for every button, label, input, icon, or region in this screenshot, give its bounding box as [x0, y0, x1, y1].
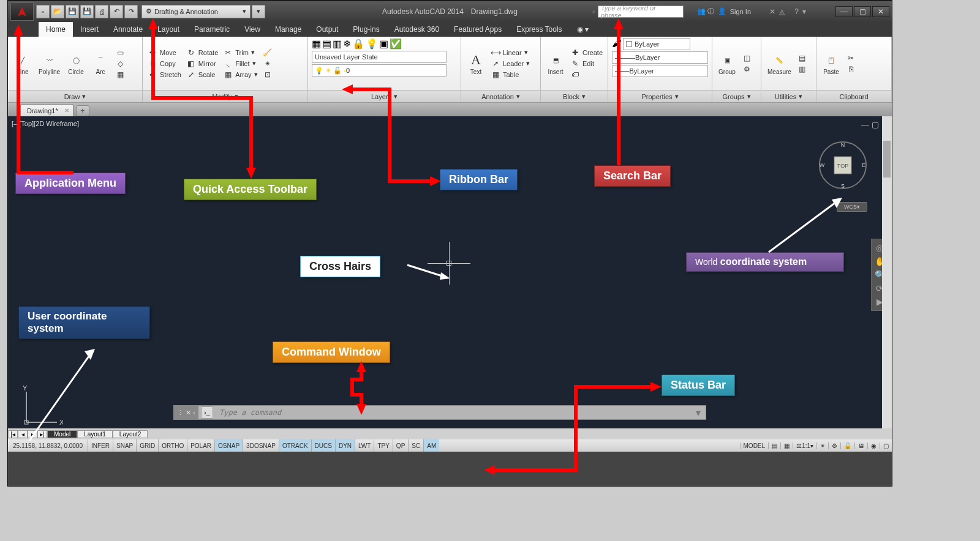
- group-edit-icon[interactable]: ⚙: [741, 64, 753, 74]
- qat-plot-icon[interactable]: 🖨: [95, 5, 108, 18]
- minimize-button[interactable]: —: [835, 6, 853, 17]
- util-icon2[interactable]: ▥: [796, 64, 809, 74]
- close-button[interactable]: ✕: [872, 6, 889, 17]
- application-menu-button[interactable]: [10, 2, 34, 21]
- maximize-button[interactable]: ▢: [854, 6, 871, 17]
- status-layout-icon[interactable]: ▤: [768, 442, 780, 449]
- create-block-button[interactable]: ✚Create: [569, 48, 604, 58]
- status-annoscale-icon[interactable]: ⚖ 1:1 ▾: [793, 442, 816, 449]
- qat-save-icon[interactable]: 💾: [66, 5, 79, 18]
- search-input[interactable]: Type a keyword or phrase ▸: [598, 6, 684, 18]
- linear-dim-button[interactable]: ⟷Linear ▾: [489, 48, 531, 58]
- status-annovismode-icon[interactable]: ✴: [816, 442, 828, 449]
- status-am[interactable]: AM: [423, 439, 439, 452]
- status-osnap[interactable]: OSNAP: [214, 439, 243, 452]
- explode-icon[interactable]: ✴: [262, 59, 274, 69]
- status-snap[interactable]: SNAP: [113, 439, 136, 452]
- arc-button[interactable]: ⌒Arc: [89, 50, 111, 76]
- cmd-handle-icon[interactable]: ⋮ ✕ ‹: [174, 406, 198, 419]
- edit-attr-button[interactable]: 🏷: [569, 70, 604, 80]
- status-ortho[interactable]: ORTHO: [158, 439, 187, 452]
- draw-misc3-icon[interactable]: ▦: [114, 70, 126, 80]
- layer-iso-icon[interactable]: ▥: [333, 38, 342, 50]
- color-dropdown[interactable]: ByLayer: [623, 38, 690, 50]
- qat-redo-icon[interactable]: ↷: [124, 5, 138, 18]
- layer-freeze-icon[interactable]: ❄: [343, 38, 351, 50]
- cmd-dropdown-icon[interactable]: ▾: [691, 407, 706, 419]
- status-grid[interactable]: GRID: [136, 439, 158, 452]
- layout-first-icon[interactable]: |◂: [8, 430, 18, 438]
- status-grid-icon[interactable]: ▦: [780, 442, 793, 449]
- group-button[interactable]: ▣Group: [716, 50, 738, 76]
- qat-saveas-icon[interactable]: 💾: [80, 5, 94, 18]
- qat-open-icon[interactable]: 📂: [51, 5, 64, 18]
- status-lock-icon[interactable]: 🔓: [840, 442, 854, 449]
- status-ducs[interactable]: DUCS: [311, 439, 335, 452]
- status-hw-icon[interactable]: 🖥: [854, 442, 867, 449]
- panel-clipboard-title: Clipboard: [816, 90, 891, 102]
- layer-icons-row: ▦ ▤ ▥ ❄ 🔒 💡 ▣ ✅: [312, 38, 457, 50]
- edit-block-button[interactable]: ✎Edit: [569, 59, 604, 69]
- qat-new-icon[interactable]: ▫: [36, 5, 50, 18]
- svg-marker-14: [342, 84, 353, 94]
- layer-lock-icon[interactable]: 🔒: [352, 38, 364, 50]
- tab-express[interactable]: Express Tools: [509, 22, 569, 37]
- tab-plugins[interactable]: Plug-ins: [345, 22, 386, 37]
- status-3dosnap[interactable]: 3DOSNAP: [243, 439, 279, 452]
- qat-undo-icon[interactable]: ↶: [110, 5, 123, 18]
- tab-extra-icon[interactable]: ◉ ▾: [570, 22, 596, 37]
- cmd-prompt-icon[interactable]: ›_: [201, 406, 213, 419]
- status-dyn[interactable]: DYN: [335, 439, 355, 452]
- measure-button[interactable]: 📏Measure: [765, 50, 794, 76]
- viewcube[interactable]: N E S W TOP: [818, 141, 867, 190]
- layer-current-dropdown[interactable]: 💡 ☀ 🔓 ▫ 0: [312, 64, 447, 76]
- layer-misc-icon[interactable]: ▣: [379, 38, 388, 50]
- status-polar[interactable]: POLAR: [187, 439, 214, 452]
- layer-prop-icon[interactable]: ▦: [312, 38, 321, 50]
- qat-customize-icon[interactable]: ▾: [252, 5, 265, 18]
- sign-in[interactable]: 👥 ⓘ 👤 Sign In: [697, 7, 751, 16]
- status-sc[interactable]: SC: [408, 439, 423, 452]
- offset-icon[interactable]: ⊡: [262, 70, 274, 80]
- status-model-button[interactable]: MODEL: [740, 442, 769, 449]
- table-button[interactable]: ▦Table: [489, 70, 531, 80]
- layer-match-icon[interactable]: ✅: [390, 38, 402, 50]
- status-otrack[interactable]: OTRACK: [279, 439, 311, 452]
- status-lwt[interactable]: LWT: [355, 439, 374, 452]
- tab-featured[interactable]: Featured Apps: [447, 22, 509, 37]
- layer-off-icon[interactable]: 💡: [366, 38, 378, 50]
- copy-clip-icon[interactable]: ⎘: [845, 64, 857, 74]
- cut-icon[interactable]: ✂: [845, 53, 857, 63]
- draw-misc-icon[interactable]: ▭: [114, 48, 126, 58]
- layer-state-dropdown[interactable]: Unsaved Layer State: [312, 51, 447, 63]
- panel-annotation-title[interactable]: Annotation ▾: [461, 90, 540, 102]
- layout-tab-2[interactable]: Layout2: [113, 430, 148, 438]
- panel-block-title[interactable]: Block ▾: [541, 90, 608, 102]
- paste-button[interactable]: 📋Paste: [820, 50, 842, 76]
- viewport-maximize-icon[interactable]: ▢: [872, 120, 879, 129]
- status-isolate-icon[interactable]: ◉: [867, 442, 880, 449]
- util-icon[interactable]: ▤: [796, 53, 809, 63]
- status-qp[interactable]: QP: [393, 439, 408, 452]
- panel-groups-title[interactable]: Groups ▾: [712, 90, 761, 102]
- status-tpy[interactable]: TPY: [374, 439, 392, 452]
- erase-icon[interactable]: 🧹: [262, 48, 274, 58]
- status-clean-icon[interactable]: ▢: [880, 442, 892, 449]
- text-button[interactable]: AText: [465, 50, 487, 76]
- tab-annotate[interactable]: Annotate: [106, 22, 150, 37]
- leader-button[interactable]: ↗Leader ▾: [489, 59, 531, 69]
- draw-misc2-icon[interactable]: ◇: [114, 59, 126, 69]
- layer-state-icon[interactable]: ▤: [322, 38, 331, 50]
- status-ws-icon[interactable]: ⚙: [828, 442, 840, 449]
- panel-utilities-title[interactable]: Utilities ▾: [761, 90, 816, 102]
- tab-output[interactable]: Output: [309, 22, 345, 37]
- tab-manage[interactable]: Manage: [268, 22, 309, 37]
- insert-block-button[interactable]: ⬒Insert: [545, 50, 567, 76]
- ungroup-icon[interactable]: ◫: [741, 53, 753, 63]
- vertical-scrollbar[interactable]: [882, 116, 892, 452]
- exchange-icons[interactable]: ✕◬?▾: [769, 7, 806, 16]
- arrow-ucs: [24, 349, 98, 447]
- viewport-minimize-icon[interactable]: —: [861, 120, 869, 129]
- tab-a360[interactable]: Autodesk 360: [387, 22, 447, 37]
- workspace-dropdown[interactable]: ⚙ Drafting & Annotation ▾: [141, 5, 251, 18]
